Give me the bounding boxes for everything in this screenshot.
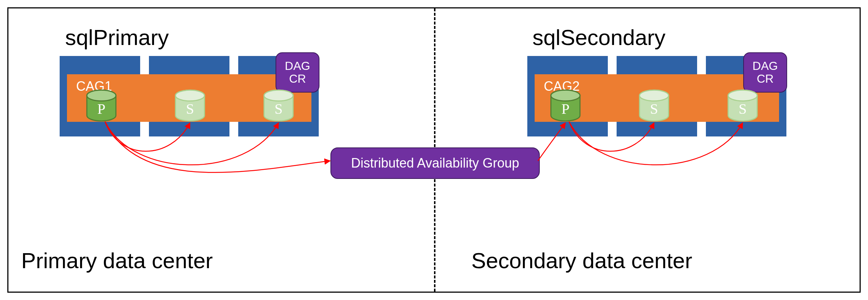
primary-dag-line1: DAG	[285, 60, 310, 72]
secondary-cag-label: CAG2	[544, 79, 580, 94]
primary-cag-label: CAG1	[76, 79, 112, 94]
dag-center-label: Distributed Availability Group	[330, 147, 540, 179]
sql-secondary-title: sqlSecondary	[532, 25, 666, 50]
primary-dag-line2: CR	[289, 72, 306, 85]
diagram-frame: sqlPrimary Primary data center sqlSecond…	[7, 7, 861, 293]
sql-primary-title: sqlPrimary	[65, 25, 169, 50]
secondary-dc-title: Secondary data center	[471, 248, 692, 273]
secondary-dag-line2: CR	[757, 72, 774, 85]
secondary-dag-badge: DAG CR	[743, 52, 787, 93]
secondary-dag-line1: DAG	[752, 60, 778, 72]
primary-dag-badge: DAG CR	[276, 52, 319, 93]
primary-dc-title: Primary data center	[21, 248, 213, 273]
